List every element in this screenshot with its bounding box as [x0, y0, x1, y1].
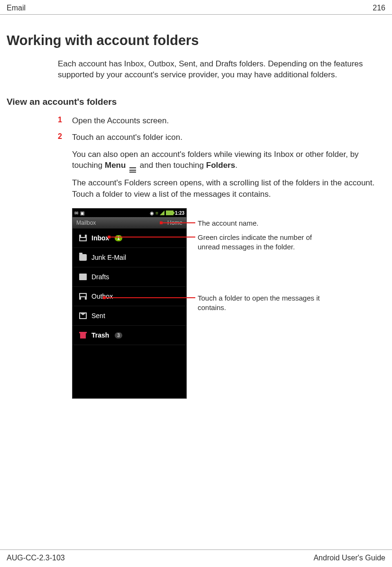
status-right: ◉ ≡ 1:23 — [150, 210, 184, 216]
count-badge: 3 — [115, 332, 122, 338]
folders-label: Folders — [206, 161, 235, 170]
notification-icon: ▣ — [80, 210, 84, 216]
status-bar: ✉ ▣ ◉ ≡ 1:23 — [73, 209, 186, 217]
header-section: Email — [7, 4, 26, 12]
clock: 1:23 — [175, 210, 184, 216]
text: and then touching — [137, 161, 206, 170]
signal-icon — [160, 210, 164, 215]
page-footer: AUG-CC-2.3-103 Android User's Guide — [0, 549, 392, 562]
folder-label: Junk E-Mail — [91, 254, 126, 261]
callout-account-name: The account name. — [198, 219, 258, 228]
section-heading: View an account's folders — [7, 97, 385, 107]
callout-leader — [105, 297, 195, 298]
folder-label: Inbox — [91, 234, 109, 242]
text: . — [235, 161, 237, 170]
step-number: 1 — [58, 116, 72, 127]
page-header: Email 216 — [0, 0, 392, 15]
step-text: Open the Accounts screen. — [72, 116, 169, 127]
wifi-icon: ≡ — [155, 210, 158, 216]
page-number: 216 — [373, 4, 385, 12]
status-left: ✉ ▣ — [74, 210, 84, 216]
folder-sent[interactable]: Sent — [73, 306, 186, 326]
doc-id: AUG-CC-2.3-103 — [7, 554, 65, 562]
folder-label: Outbox — [91, 293, 113, 300]
folder-label: Sent — [91, 312, 105, 320]
folder-list: Inbox 1 Junk E-Mail Drafts Outbox — [73, 229, 186, 345]
doc-title: Android User's Guide — [313, 554, 385, 562]
folder-label: Trash — [91, 331, 109, 339]
callout-unread-badge: Green circles indicate the number of unr… — [198, 233, 335, 252]
folder-inbox[interactable]: Inbox 1 — [73, 229, 186, 248]
unread-badge: 1 — [115, 235, 122, 241]
folder-label: Drafts — [91, 273, 109, 281]
folder-icon — [79, 254, 87, 261]
page-title: Working with account folders — [7, 33, 385, 48]
account-name: Mailbox — [76, 219, 96, 226]
sync-icon: ◉ — [150, 210, 154, 216]
folder-trash[interactable]: Trash 3 — [73, 326, 186, 345]
step-body-2: The account's Folders screen opens, with… — [72, 177, 385, 200]
folder-junk[interactable]: Junk E-Mail — [73, 248, 186, 267]
sent-icon — [79, 312, 87, 319]
callout-leader — [162, 222, 195, 223]
folder-drafts[interactable]: Drafts — [73, 267, 186, 287]
step-number: 2 — [58, 132, 72, 143]
page-content: Working with account folders Each accoun… — [0, 15, 392, 407]
inbox-icon — [79, 235, 87, 241]
menu-label: Menu — [105, 161, 126, 170]
outbox-icon — [79, 293, 87, 300]
figure-area: ✉ ▣ ◉ ≡ 1:23 Mailbox Home Inbox — [72, 208, 337, 407]
menu-icon — [129, 167, 136, 173]
trash-icon — [79, 332, 87, 338]
step-text: Touch an account's folder icon. — [72, 132, 182, 143]
step-body-1: You can also open an account's folders w… — [72, 149, 385, 173]
step-1: 1 Open the Accounts screen. — [58, 116, 385, 127]
intro-paragraph: Each account has Inbox, Outbox, Sent, an… — [58, 59, 385, 81]
step-2: 2 Touch an account's folder icon. — [58, 132, 385, 143]
battery-icon — [166, 210, 173, 215]
folder-outbox[interactable]: Outbox — [73, 287, 186, 306]
callout-leader — [110, 237, 195, 238]
drafts-icon — [79, 274, 87, 280]
notification-icon: ✉ — [74, 210, 78, 216]
callout-touch-folder: Touch a folder to open the messages it c… — [198, 293, 335, 313]
